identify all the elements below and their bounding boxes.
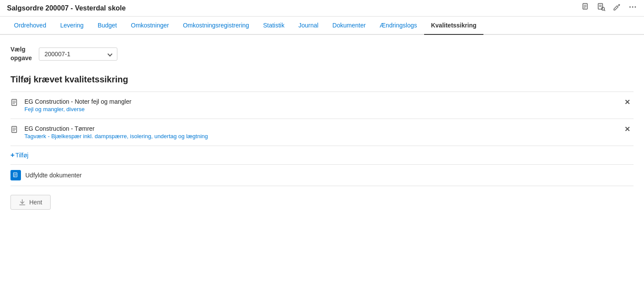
search-document-icon[interactable] <box>597 3 606 14</box>
document-list-icon <box>10 126 19 136</box>
document-list-icon <box>10 99 19 109</box>
docs-row: Udfyldte dokumenter <box>10 165 634 186</box>
remove-item-button[interactable]: ✕ <box>621 98 634 106</box>
more-icon[interactable] <box>628 3 637 14</box>
add-row: + Tilføj <box>10 146 634 165</box>
tab-dokumenter[interactable]: Dokumenter <box>325 17 373 35</box>
docs-section-label: Udfyldte dokumenter <box>25 172 82 179</box>
remove-item-button[interactable]: ✕ <box>621 125 634 133</box>
tab-budget[interactable]: Budget <box>91 17 124 35</box>
section-heading: Tilføj krævet kvalitetssikring <box>10 75 634 85</box>
plus-icon: + <box>10 151 14 159</box>
tab-ordrehoved[interactable]: Ordrehoved <box>7 17 53 35</box>
tab-aendringslogs[interactable]: Ændringslogs <box>373 17 424 35</box>
qa-item-title: EG Construction - Tømrer <box>24 125 616 132</box>
tab-journal[interactable]: Journal <box>291 17 325 35</box>
tab-kvalitetssikring[interactable]: Kvalitetssikring <box>424 17 483 35</box>
task-select-value: 200007-1 <box>45 51 70 58</box>
task-select-dropdown[interactable]: 200007-1 <box>39 48 117 61</box>
hent-button[interactable]: Hent <box>10 195 51 210</box>
page-title: Salgsordre 200007 - Vesterdal skole <box>7 4 126 12</box>
svg-rect-20 <box>14 173 17 177</box>
svg-line-6 <box>604 10 606 11</box>
svg-point-10 <box>632 7 634 8</box>
app-header: Salgsordre 200007 - Vesterdal skole <box>0 0 644 17</box>
qa-item: EG Construction - Noter fejl og mangler … <box>10 92 634 119</box>
qa-item-content: EG Construction - Tømrer Tagværk - Bjælk… <box>24 125 616 139</box>
docs-icon <box>10 170 21 180</box>
chevron-down-icon <box>107 51 112 56</box>
task-selector-row: Vælg opgave 200007-1 <box>10 45 634 62</box>
svg-point-5 <box>602 7 605 10</box>
svg-point-9 <box>630 7 631 8</box>
tab-omkostningsregistrering[interactable]: Omkostningsregistrering <box>176 17 256 35</box>
qa-list: EG Construction - Noter fejl og mangler … <box>10 92 634 186</box>
tab-levering[interactable]: Levering <box>53 17 91 35</box>
task-label: Vælg opgave <box>10 45 32 62</box>
qa-item-content: EG Construction - Noter fejl og mangler … <box>24 98 616 112</box>
qa-item-title: EG Construction - Noter fejl og mangler <box>24 98 616 105</box>
hent-button-label: Hent <box>29 199 42 206</box>
document-icon[interactable] <box>581 3 590 14</box>
edit-icon[interactable] <box>613 3 621 14</box>
qa-item: EG Construction - Tømrer Tagværk - Bjælk… <box>10 119 634 146</box>
download-icon <box>19 199 26 206</box>
tab-statistik[interactable]: Statistik <box>256 17 291 35</box>
tabs-bar: Ordrehoved Levering Budget Omkostninger … <box>0 17 644 35</box>
add-button-label: Tilføj <box>15 152 28 159</box>
svg-point-11 <box>635 7 636 8</box>
qa-item-subtitle: Tagværk - Bjælkespær inkl. dampspærre, i… <box>24 133 616 139</box>
header-icon-group <box>581 3 637 14</box>
main-content: Vælg opgave 200007-1 Tilføj krævet kvali… <box>0 35 644 220</box>
tab-omkostninger[interactable]: Omkostninger <box>124 17 176 35</box>
add-button[interactable]: + Tilføj <box>10 151 28 159</box>
qa-item-subtitle: Fejl og mangler, diverse <box>24 106 616 112</box>
